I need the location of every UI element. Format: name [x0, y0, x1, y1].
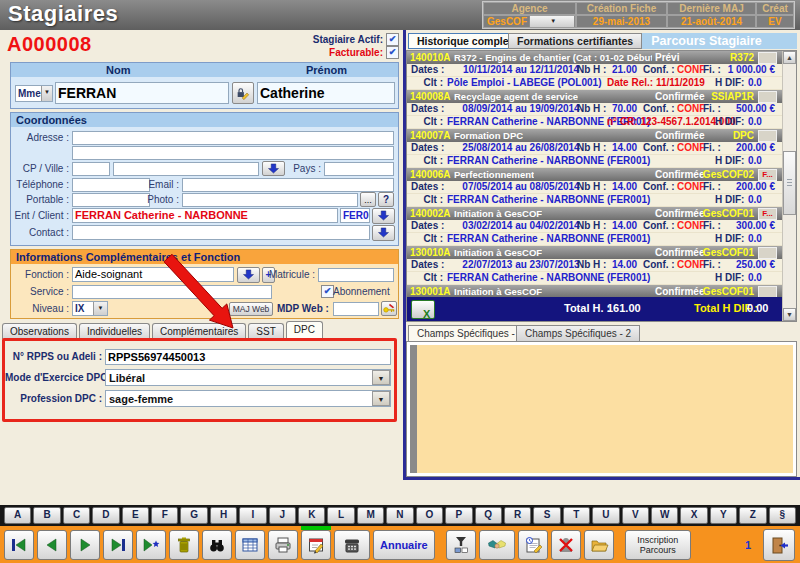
nom-input[interactable]: FERRAN: [55, 82, 229, 104]
formation-header-row[interactable]: 130001AInitiation à GesCOFConfirméeGesCO…: [407, 285, 782, 297]
profession-dpc-select[interactable]: sage-femme ▼: [105, 390, 391, 407]
alphabet-button-G[interactable]: G: [180, 507, 207, 524]
ent-client-lookup-button[interactable]: [372, 208, 395, 224]
matricule-input[interactable]: [318, 268, 394, 282]
ent-client-input[interactable]: FERRAN Catherine - NARBONNE: [72, 208, 338, 223]
contact-input[interactable]: [72, 225, 370, 240]
new-record-button[interactable]: [136, 530, 166, 560]
email-input[interactable]: [182, 178, 394, 192]
next-record-button[interactable]: [70, 530, 100, 560]
service-input[interactable]: [72, 285, 272, 299]
tab-formations-certifiantes[interactable]: Formations certifiantes: [508, 33, 642, 49]
photo-help-button[interactable]: ?: [378, 192, 394, 207]
tab-champs-specifiques-2[interactable]: Champs Spécifiques - 2: [516, 325, 640, 342]
list-scrollbar[interactable]: ▲ ▼: [782, 51, 796, 321]
scroll-down-icon[interactable]: ▼: [783, 308, 796, 321]
facturable-checkbox[interactable]: ✔: [386, 46, 399, 59]
phone-button[interactable]: [334, 530, 370, 560]
delete-button[interactable]: [169, 530, 199, 560]
exit-button[interactable]: [763, 529, 795, 561]
pays-input[interactable]: [324, 162, 394, 176]
dropdown-arrow-icon[interactable]: ▼: [529, 15, 576, 28]
formation-header-row[interactable]: 140007AFormation DPCConfirméeDPC: [407, 129, 782, 142]
first-record-button[interactable]: [4, 530, 34, 560]
formation-header-row[interactable]: 140002AInitiation à GesCOFConfirméeGesCO…: [407, 207, 782, 220]
maj-web-button[interactable]: MAJ Web: [229, 302, 273, 316]
niveau-select[interactable]: IX ▼: [72, 301, 108, 316]
tab-sst[interactable]: SST: [248, 323, 283, 339]
tab-complementaires[interactable]: Complémentaires: [152, 323, 246, 339]
alphabet-button-O[interactable]: O: [416, 507, 443, 524]
tab-dpc[interactable]: DPC: [286, 321, 323, 339]
transfer-planning-button[interactable]: [446, 530, 476, 560]
search-button[interactable]: [202, 530, 232, 560]
agence-select[interactable]: GesCOF ▼: [483, 15, 576, 28]
list-view-button[interactable]: [235, 530, 265, 560]
alphabet-button-Y[interactable]: Y: [710, 507, 737, 524]
alphabet-button-J[interactable]: J: [269, 507, 296, 524]
alphabet-button-M[interactable]: M: [357, 507, 384, 524]
alphabet-button-T[interactable]: T: [563, 507, 590, 524]
lock-pencil-button[interactable]: [232, 82, 254, 104]
portable-input[interactable]: [72, 193, 150, 207]
alphabet-button-§[interactable]: §: [769, 507, 796, 524]
mode-exercice-select[interactable]: Libéral ▼: [105, 369, 391, 386]
adresse-input-1[interactable]: [72, 131, 394, 145]
open-folder-button[interactable]: [584, 530, 614, 560]
formation-header-row[interactable]: 140010AR372 - Engins de chantier (Cat : …: [407, 51, 782, 64]
telephone-input[interactable]: [72, 178, 150, 192]
alphabet-button-W[interactable]: W: [651, 507, 678, 524]
refuse-button[interactable]: [551, 530, 581, 560]
handshake-button[interactable]: [479, 530, 515, 560]
alphabet-button-X[interactable]: X: [680, 507, 707, 524]
print-button[interactable]: [268, 530, 298, 560]
mdp-key-button[interactable]: [381, 301, 397, 316]
alphabet-button-K[interactable]: K: [298, 507, 325, 524]
civilite-select[interactable]: Mme ▼: [15, 85, 53, 102]
formation-header-row[interactable]: 140006APerfectionnementConfirméeGesCOF02…: [407, 168, 782, 181]
formation-header-row[interactable]: 130010AInitiation à GesCOFConfirméeGesCO…: [407, 246, 782, 259]
contact-lookup-button[interactable]: [372, 225, 395, 241]
tab-historique-complet[interactable]: Historique complet: [408, 33, 521, 49]
alphabet-button-P[interactable]: P: [445, 507, 472, 524]
prenom-input[interactable]: Catherine: [257, 82, 395, 104]
alphabet-button-L[interactable]: L: [327, 507, 354, 524]
scroll-up-icon[interactable]: ▲: [783, 51, 796, 64]
champs-textarea[interactable]: [417, 345, 793, 473]
alphabet-button-D[interactable]: D: [92, 507, 119, 524]
fonction-lookup-button[interactable]: [237, 267, 260, 283]
alphabet-button-Z[interactable]: Z: [739, 507, 766, 524]
rpps-input[interactable]: RPPS56974450013: [105, 349, 391, 365]
mdp-web-input[interactable]: [333, 302, 379, 316]
ent-client-code[interactable]: FER001: [340, 208, 370, 223]
alphabet-button-Q[interactable]: Q: [475, 507, 502, 524]
alphabet-button-N[interactable]: N: [386, 507, 413, 524]
tab-individuelles[interactable]: Individuelles: [79, 323, 150, 339]
inscription-parcours-button[interactable]: Inscription Parcours: [625, 530, 691, 560]
alphabet-button-F[interactable]: F: [151, 507, 178, 524]
alphabet-button-U[interactable]: U: [592, 507, 619, 524]
stagiaire-actif-checkbox[interactable]: ✔: [386, 33, 399, 46]
alphabet-button-S[interactable]: S: [533, 507, 560, 524]
alphabet-button-C[interactable]: C: [63, 507, 90, 524]
last-record-button[interactable]: [103, 530, 133, 560]
fonction-input[interactable]: Aide-soignant: [72, 267, 234, 282]
tab-champs-specifiques-1[interactable]: Champs Spécifiques - 1: [408, 325, 532, 342]
alphabet-button-R[interactable]: R: [504, 507, 531, 524]
adresse-input-2[interactable]: [72, 146, 394, 160]
cp-input[interactable]: [72, 162, 110, 176]
photo-browse-button[interactable]: ...: [360, 192, 376, 207]
alphabet-button-B[interactable]: B: [33, 507, 60, 524]
alphabet-button-V[interactable]: V: [622, 507, 649, 524]
tab-observations[interactable]: Observations: [2, 323, 77, 339]
excel-export-button[interactable]: X: [411, 300, 435, 319]
alphabet-button-I[interactable]: I: [239, 507, 266, 524]
alphabet-button-A[interactable]: A: [4, 507, 31, 524]
planning-edit-button[interactable]: [518, 530, 548, 560]
alphabet-button-E[interactable]: E: [122, 507, 149, 524]
annuaire-button[interactable]: Annuaire: [373, 530, 435, 560]
alphabet-button-H[interactable]: H: [210, 507, 237, 524]
scrollbar-thumb[interactable]: [783, 151, 796, 215]
formation-header-row[interactable]: 140008ARecyclage agent de serviceConfirm…: [407, 90, 782, 103]
ville-lookup-button[interactable]: [262, 161, 285, 176]
